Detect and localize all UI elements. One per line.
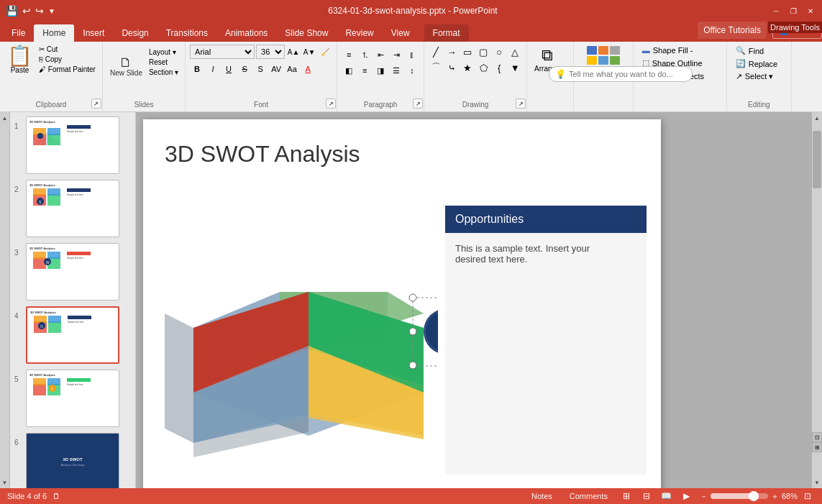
tab-insert[interactable]: Insert	[74, 24, 113, 42]
numbering-btn[interactable]: ⒈	[357, 47, 372, 62]
slide-item-5[interactable]: 5 3D SWOT Analysis T	[13, 368, 132, 429]
tab-review[interactable]: Review	[337, 24, 382, 42]
tab-transitions[interactable]: Transitions	[157, 24, 216, 42]
case-btn[interactable]: Aa	[285, 62, 299, 76]
shape-curved[interactable]: ⌒	[429, 60, 443, 75]
bold-btn[interactable]: B	[190, 62, 204, 76]
decrease-indent-btn[interactable]: ⇤	[373, 47, 388, 62]
reading-view-btn[interactable]: 📖	[659, 489, 674, 503]
zoom-thumb[interactable]	[749, 491, 759, 501]
shape-rect[interactable]: ▭	[460, 45, 475, 59]
align-left-btn[interactable]: ◧	[342, 63, 356, 78]
tellme-input[interactable]	[569, 70, 686, 78]
scroll-down-arrow[interactable]: ▼	[0, 477, 9, 488]
canvas-scroll-down[interactable]: ▼	[812, 477, 822, 488]
office-tutorials-btn[interactable]: Office Tutorials	[698, 22, 767, 39]
tab-home[interactable]: Home	[34, 24, 74, 42]
shape-conn[interactable]: ⤷	[444, 60, 459, 75]
copy-button[interactable]: ⎘ Copy	[37, 55, 98, 64]
bullets-btn[interactable]: ≡	[342, 47, 356, 62]
slide-item-3[interactable]: 3 3D SWOT Analysis W	[13, 242, 132, 302]
redo-icon[interactable]: ↪	[35, 5, 44, 17]
canvas-scroll-up[interactable]: ▲	[812, 112, 822, 124]
notes-btn[interactable]: Notes	[526, 491, 558, 501]
italic-btn[interactable]: I	[206, 62, 220, 76]
canvas-vscroll[interactable]: ▲ ▼ ⊡ ⊞	[812, 112, 822, 488]
font-grow-btn[interactable]: A▲	[286, 45, 301, 59]
swot-chart[interactable]: O	[165, 213, 438, 472]
fit-btn[interactable]: ⊡	[812, 432, 822, 442]
shape-fill-button[interactable]: ▬ Shape Fill -	[638, 45, 708, 56]
drawing-expand[interactable]: ↗	[516, 98, 526, 109]
zoom-in-icon[interactable]: ＋	[771, 491, 779, 502]
reset-button[interactable]: Reset	[147, 58, 181, 67]
align-right-btn[interactable]: ◨	[373, 63, 388, 78]
paste-button[interactable]: 📋 Paste	[4, 45, 35, 75]
save-icon[interactable]: 💾	[6, 5, 18, 17]
slide-sorter-btn[interactable]: ⊟	[639, 489, 654, 503]
canvas-scroll-thumb[interactable]	[813, 131, 821, 188]
format-painter-button[interactable]: 🖌 Format Painter	[37, 65, 98, 74]
zoom-level[interactable]: 68%	[782, 492, 798, 500]
slide-thumb-2[interactable]: 3D SWOT Analysis S	[26, 180, 119, 237]
strikethrough-btn[interactable]: S	[237, 62, 252, 76]
shape-penta[interactable]: ⬠	[476, 60, 490, 75]
slide-item-6[interactable]: 6 3D SWOT Analysis Summary	[13, 431, 132, 488]
zoom-slider[interactable]	[711, 493, 768, 499]
tab-slideshow[interactable]: Slide Show	[276, 24, 337, 42]
cut-button[interactable]: ✂ Cut	[37, 45, 98, 54]
slide-thumb-6[interactable]: 3D SWOT Analysis Summary	[26, 433, 119, 488]
shape-rrect[interactable]: ▢	[476, 45, 490, 59]
section-button[interactable]: Section ▾	[147, 68, 181, 77]
clipboard-expand[interactable]: ↗	[91, 98, 101, 109]
comments-btn[interactable]: Comments	[564, 491, 613, 501]
layout-button[interactable]: Layout ▾	[147, 47, 181, 57]
scroll-up-arrow[interactable]: ▲	[0, 112, 9, 124]
replace-button[interactable]: 🔄 Replace	[731, 58, 782, 70]
tab-file[interactable]: File	[3, 24, 34, 42]
new-slide-button[interactable]: 🗋 New Slide	[107, 45, 145, 88]
slide-thumb-5[interactable]: 3D SWOT Analysis T	[26, 370, 119, 427]
shape-star[interactable]: ★	[460, 60, 475, 75]
font-color-btn[interactable]: A	[301, 62, 315, 76]
tab-format[interactable]: Format	[424, 24, 469, 42]
zoom-out-icon[interactable]: －	[700, 491, 708, 502]
shape-bracket[interactable]: {	[492, 60, 506, 75]
shadow-btn[interactable]: S	[253, 62, 268, 76]
close-btn[interactable]: ✕	[805, 5, 816, 17]
font-face-select[interactable]: Arial	[190, 45, 255, 59]
slide-item-2[interactable]: 2 3D SWOT Analysis S	[13, 178, 132, 239]
tab-view[interactable]: View	[383, 24, 419, 42]
tab-design[interactable]: Design	[113, 24, 157, 42]
undo-icon[interactable]: ↩	[22, 5, 31, 17]
slide-thumb-1[interactable]: 3D SWOT Analysis	[26, 116, 119, 174]
minimize-btn[interactable]: ─	[770, 5, 782, 17]
justify-btn[interactable]: ☰	[389, 63, 403, 78]
slide-thumb-3[interactable]: 3D SWOT Analysis W	[26, 243, 119, 301]
increase-indent-btn[interactable]: ⇥	[389, 47, 403, 62]
find-button[interactable]: 🔍 Find	[731, 45, 782, 57]
customize-icon[interactable]: ▼	[48, 7, 55, 15]
font-expand[interactable]: ↗	[326, 98, 336, 109]
slide-item-4[interactable]: 4 3D SWOT Analysis O	[13, 305, 132, 365]
view-fit-btn[interactable]: ⊞	[812, 442, 822, 452]
restore-btn[interactable]: ❐	[787, 5, 799, 17]
lightbulb-icon: 💡	[555, 69, 566, 79]
slideshow-view-btn[interactable]: ▶	[680, 489, 694, 503]
shape-arrow[interactable]: →	[444, 45, 459, 59]
slide-item-1[interactable]: 1 3D SWOT Analysis	[13, 115, 132, 175]
normal-view-btn[interactable]: ⊞	[619, 489, 634, 503]
shape-circle[interactable]: ○	[492, 45, 506, 59]
shape-line[interactable]: ╱	[429, 45, 443, 59]
font-shrink-btn[interactable]: A▼	[302, 45, 316, 59]
tellme-bar[interactable]: 💡	[549, 66, 693, 82]
tab-animations[interactable]: Animations	[216, 24, 276, 42]
font-size-select[interactable]: 36	[256, 45, 285, 59]
fit-slide-btn[interactable]: ⊡	[800, 489, 815, 503]
underline-btn[interactable]: U	[222, 62, 236, 76]
paragraph-expand[interactable]: ↗	[413, 98, 423, 109]
align-center-btn[interactable]: ≡	[357, 63, 372, 78]
slide-thumb-4[interactable]: 3D SWOT Analysis O	[26, 306, 119, 364]
select-button[interactable]: ↗ Select ▾	[731, 70, 782, 83]
spacing-btn[interactable]: AV	[269, 62, 283, 76]
